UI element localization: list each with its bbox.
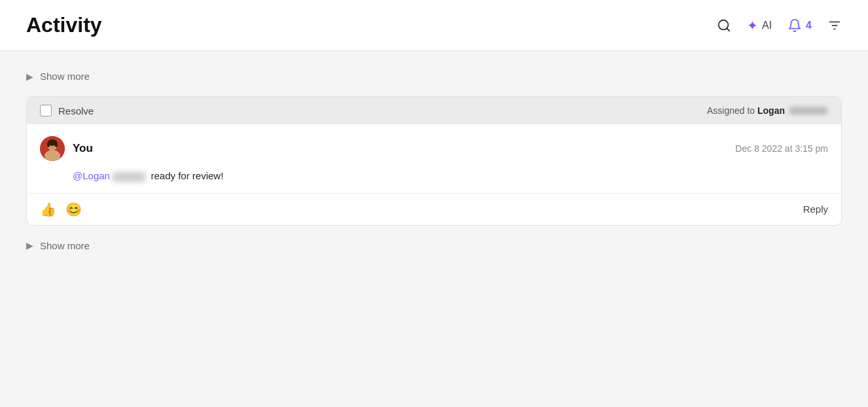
comment-author: You	[40, 136, 93, 161]
svg-point-10	[47, 142, 50, 147]
notifications-button[interactable]: 4	[787, 18, 812, 33]
blurred-word	[113, 172, 145, 182]
author-name: You	[73, 142, 93, 155]
chevron-right-icon: ▶	[26, 71, 33, 82]
show-more-bottom-label: Show more	[40, 240, 90, 251]
notification-count: 4	[806, 20, 812, 31]
chevron-right-icon-bottom: ▶	[26, 240, 33, 251]
assigned-name: Logan	[757, 105, 785, 116]
show-more-top-label: Show more	[40, 71, 90, 82]
assigned-avatar-blurred	[789, 107, 828, 115]
content: ▶ Show more Resolve Assigned to Logan	[0, 51, 868, 271]
show-more-bottom[interactable]: ▶ Show more	[26, 234, 842, 258]
assigned-text: Assigned to Logan	[707, 105, 785, 116]
emoji-add-button[interactable]: 😊	[65, 202, 82, 217]
assigned-info: Assigned to Logan	[707, 105, 828, 116]
resolve-bar: Resolve Assigned to Logan	[27, 97, 841, 124]
svg-point-11	[55, 142, 58, 147]
footer-actions: 👍 😊	[40, 202, 82, 217]
page-title: Activity	[26, 13, 102, 37]
header: Activity ✦ AI 4	[0, 0, 868, 51]
ai-label: AI	[762, 20, 772, 31]
svg-line-1	[727, 28, 729, 31]
show-more-top[interactable]: ▶ Show more	[26, 64, 842, 88]
message-suffix: ready for review!	[151, 170, 223, 181]
comment-body: You Dec 8 2022 at 3:15 pm @Logan ready f…	[27, 124, 841, 193]
assigned-prefix: Assigned to	[707, 105, 755, 116]
resolve-left: Resolve	[40, 105, 94, 116]
header-actions: ✦ AI 4	[717, 18, 842, 33]
thumbs-up-button[interactable]: 👍	[40, 202, 56, 217]
avatar	[40, 136, 65, 161]
comment-timestamp: Dec 8 2022 at 3:15 pm	[735, 143, 828, 154]
comment-header: You Dec 8 2022 at 3:15 pm	[40, 136, 828, 161]
search-button[interactable]	[717, 18, 731, 33]
resolve-checkbox[interactable]	[40, 105, 52, 116]
sparkle-icon: ✦	[747, 18, 758, 33]
comment-text: @Logan ready for review!	[40, 169, 828, 184]
ai-button[interactable]: ✦ AI	[747, 18, 772, 33]
comment-card: Resolve Assigned to Logan	[26, 96, 842, 226]
comment-footer: 👍 😊 Reply	[27, 193, 841, 225]
filter-button[interactable]	[827, 18, 842, 33]
mention-tag: @Logan	[73, 170, 110, 181]
resolve-label: Resolve	[58, 105, 94, 116]
reply-button[interactable]: Reply	[803, 204, 828, 215]
